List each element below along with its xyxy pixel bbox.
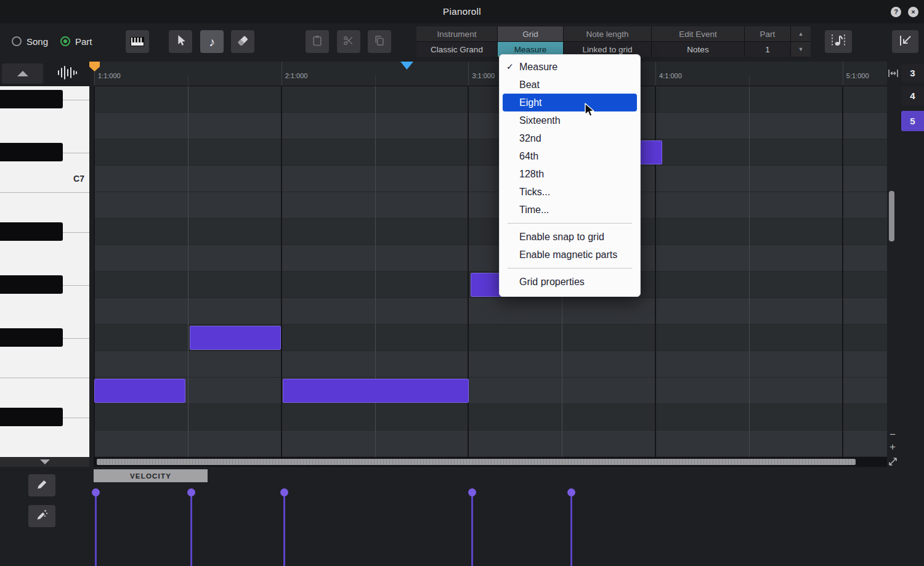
piano-keyboard[interactable]: C7 [0,86,89,457]
menu-item-enable-magnetic-parts[interactable]: Enable magnetic parts [500,246,640,264]
vertical-scrollbar-thumb[interactable] [889,191,894,241]
midi-note-fsharp6[interactable] [190,326,281,350]
part-mode-radio[interactable]: Part [60,35,92,47]
menu-item-label: Beat [519,79,540,90]
part-tab-5[interactable]: 5 [901,111,924,131]
piano-key-fsharp6[interactable] [0,328,63,347]
horizontal-scrollbar-thumb[interactable] [97,459,856,465]
editor-settings-table: InstrumentClassic GrandGridMeasureNote l… [416,26,811,57]
menu-item-128th[interactable]: 128th [500,165,640,183]
grid-dropdown-menu: ✓MeasureBeatEightSixteenth32nd64th128thT… [499,54,641,297]
menu-item-64th[interactable]: 64th [500,147,640,165]
velocity-handle[interactable] [280,488,288,496]
midi-note-e6[interactable] [283,379,469,403]
menu-separator [508,223,632,224]
column-value-edit-event[interactable]: Notes [652,41,745,57]
menu-item-32nd[interactable]: 32nd [500,129,640,147]
fit-width-button[interactable] [887,67,899,79]
expand-editor-button[interactable] [887,456,899,467]
piano-key-dsharp6[interactable] [0,408,63,426]
piano-key-asharp6[interactable] [0,222,63,241]
waveform-icon [56,65,78,83]
audio-preview-button[interactable] [45,62,89,86]
draw-note-tool-button[interactable]: ♪ [200,30,224,53]
menu-item-label: Grid properties [519,277,585,287]
menu-item-enable-snap-to-grid[interactable]: Enable snap to grid [500,228,640,246]
part-tab-3[interactable]: 3 [901,64,924,83]
velocity-lane[interactable] [0,467,924,566]
velocity-stem[interactable] [471,493,473,566]
column-header-part[interactable]: Part [745,26,791,41]
piano-key-dsharp7[interactable] [0,90,63,108]
paste-button[interactable] [306,30,329,53]
zoom-out-button[interactable]: − [887,430,898,441]
midi-note-e6[interactable] [94,379,185,403]
copy-button[interactable] [368,30,391,53]
help-button[interactable]: ? [891,7,901,17]
velocity-stem[interactable] [95,493,97,566]
part-spinner-up-icon[interactable]: ▲ [791,26,811,41]
menu-item-label: 128th [519,169,544,179]
select-tool-button[interactable] [169,30,192,53]
grid-row-d6 [94,431,887,457]
zoom-in-button[interactable]: + [887,442,898,453]
velocity-stem[interactable] [283,493,285,566]
menu-item-grid-properties[interactable]: Grid properties [500,273,640,291]
song-radio-label: Song [26,36,48,47]
piano-key-gsharp6[interactable] [0,275,63,294]
grid-row-csharp7 [94,139,887,166]
menu-item-label: Enable magnetic parts [519,249,617,260]
velocity-stem[interactable] [190,493,192,566]
menu-item-label: Ticks... [519,187,550,197]
song-mode-radio[interactable]: Song [12,35,48,47]
menu-item-beat[interactable]: Beat [500,76,640,94]
column-header-note-length[interactable]: Note length [564,26,652,41]
ruler-label: 4:1:000 [659,72,682,79]
column-header-edit-event[interactable]: Edit Event [652,26,745,41]
menu-separator [508,268,632,269]
note-icon: ♪ [209,36,215,48]
quantize-button[interactable] [825,30,852,53]
menu-item-label: 64th [519,151,538,161]
part-tab-4[interactable]: 4 [901,87,924,105]
velocity-stem[interactable] [570,493,572,566]
part-spinner-down-icon[interactable]: ▼ [791,41,811,57]
ruler-label: 3:1:000 [472,72,495,79]
keyboard-display-button[interactable] [126,30,149,53]
menu-item-measure[interactable]: ✓Measure [500,58,640,76]
down-arrow-icon [40,459,50,464]
up-arrow-icon [17,71,28,76]
grid-row-f6 [94,351,887,378]
note-grid[interactable] [94,86,887,457]
column-value-instrument[interactable]: Classic Grand [416,41,498,57]
velocity-handle[interactable] [567,488,575,496]
grid-row-g6 [94,298,887,325]
scroll-up-button[interactable] [2,63,43,84]
cut-button[interactable] [337,30,360,53]
grid-row-c7 [94,166,887,192]
piano-key-csharp7[interactable] [0,143,63,161]
fit-width-icon [887,71,899,81]
timeline-ruler[interactable]: 1:1:0002:1:0003:1:0004:1:0005:1:000 [94,62,887,86]
menu-item-ticks[interactable]: Ticks... [500,183,640,201]
scissors-icon [342,34,355,49]
horizontal-scrollbar[interactable] [94,457,887,467]
scroll-down-button[interactable] [0,457,89,467]
velocity-handle[interactable] [92,488,100,496]
column-header-grid[interactable]: Grid [498,26,564,41]
menu-item-time[interactable]: Time... [500,201,640,219]
velocity-handle[interactable] [468,488,476,496]
velocity-handle[interactable] [187,488,195,496]
menu-item-eight[interactable]: Eight [503,94,637,111]
radio-selected-icon [60,36,70,46]
menu-item-label: Sixteenth [519,115,561,126]
ruler-label: 2:1:000 [285,72,308,79]
grid-row-b6 [94,192,887,219]
menu-item-label: Time... [519,204,549,215]
window-title: Pianoroll [0,6,924,17]
column-value-part[interactable]: 1 [745,41,791,57]
eraser-tool-button[interactable] [231,30,254,53]
column-header-instrument[interactable]: Instrument [416,26,498,41]
menu-item-sixteenth[interactable]: Sixteenth [500,111,640,129]
part-radio-label: Part [75,36,92,47]
